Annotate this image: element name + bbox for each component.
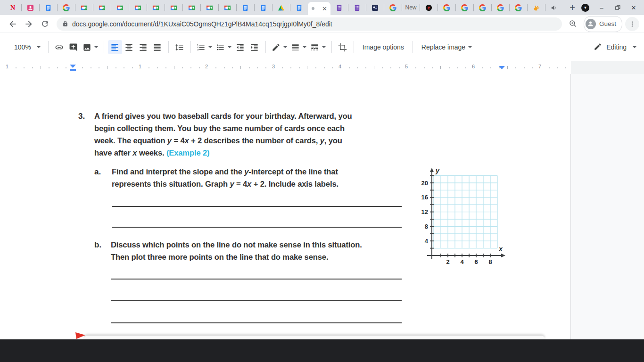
tab-meet[interactable] bbox=[147, 0, 165, 15]
screen: N✕Newe + ▾ – ✕ docs.google.com/document/… bbox=[0, 0, 644, 362]
svg-text:8: 8 bbox=[488, 258, 492, 265]
outdent-button[interactable] bbox=[233, 40, 248, 54]
border-color-button[interactable] bbox=[270, 40, 289, 54]
add-comment-button[interactable] bbox=[66, 40, 81, 54]
tab-forms[interactable] bbox=[348, 0, 366, 15]
image-options-button[interactable]: Image options bbox=[358, 40, 409, 54]
tab-google[interactable] bbox=[58, 0, 75, 15]
new-tab-button[interactable]: + bbox=[566, 1, 579, 14]
tab-google[interactable] bbox=[438, 0, 455, 15]
link-icon bbox=[55, 43, 64, 52]
tab-meet[interactable] bbox=[111, 0, 129, 15]
tab-meet[interactable] bbox=[183, 0, 200, 15]
tab-meet[interactable] bbox=[129, 0, 147, 15]
page-icon bbox=[311, 7, 315, 10]
tab-forms[interactable] bbox=[330, 0, 348, 15]
tab-active[interactable]: ✕ bbox=[308, 2, 330, 15]
align-center-button[interactable] bbox=[122, 40, 136, 54]
tab-meet[interactable] bbox=[219, 0, 236, 15]
restore-icon[interactable] bbox=[614, 4, 621, 11]
svg-text:x: x bbox=[498, 245, 503, 253]
ruler-number: 6 bbox=[472, 64, 475, 69]
tab-e-circle[interactable]: e bbox=[420, 0, 438, 15]
align-left-icon bbox=[110, 43, 119, 52]
reload-button[interactable] bbox=[37, 17, 53, 31]
docs-icon bbox=[45, 4, 52, 11]
tab-google[interactable] bbox=[492, 0, 509, 15]
align-left-button[interactable] bbox=[108, 40, 122, 54]
ruler-number: 3 bbox=[272, 64, 275, 69]
avatar bbox=[586, 19, 596, 29]
meet-icon bbox=[152, 4, 160, 11]
tab-google[interactable] bbox=[510, 0, 527, 15]
align-right-button[interactable] bbox=[136, 40, 150, 54]
editing-mode-button[interactable]: Editing bbox=[590, 39, 644, 55]
tab-drive[interactable] bbox=[272, 0, 290, 15]
answer-line bbox=[111, 300, 402, 301]
crop-icon bbox=[338, 43, 347, 52]
zoom-page-icon[interactable] bbox=[566, 17, 581, 31]
forward-button[interactable] bbox=[21, 17, 37, 31]
tab-newtab[interactable]: New bbox=[402, 0, 420, 15]
minimize-icon[interactable]: – bbox=[598, 4, 605, 11]
bulleted-list-button[interactable] bbox=[214, 40, 233, 54]
tab-docs[interactable] bbox=[40, 0, 57, 15]
next-section-edge bbox=[84, 336, 545, 339]
align-justify-button[interactable] bbox=[150, 40, 165, 54]
drive-icon bbox=[278, 4, 285, 11]
numbered-list-button[interactable] bbox=[195, 40, 214, 54]
toolbar-button-label: Image options bbox=[363, 43, 404, 51]
tab-meet[interactable] bbox=[201, 0, 218, 15]
svg-text:4: 4 bbox=[460, 258, 464, 265]
first-line-indent-marker[interactable] bbox=[70, 65, 76, 68]
tab-netflix[interactable]: N bbox=[4, 0, 21, 15]
address-bar[interactable]: docs.google.com/document/d/1KUxaiC05Ogms… bbox=[57, 17, 562, 31]
tab-docs[interactable] bbox=[237, 0, 254, 15]
link-button[interactable] bbox=[52, 40, 66, 54]
tab-speaker[interactable] bbox=[545, 0, 563, 15]
left-indent-marker[interactable] bbox=[70, 69, 76, 71]
contacts-icon bbox=[27, 4, 34, 11]
browser-tab-strip: N✕Newe + ▾ – ✕ bbox=[0, 0, 644, 15]
tab-hand[interactable] bbox=[528, 0, 545, 15]
url-text: docs.google.com/document/d/1KUxaiC05Ogms… bbox=[72, 20, 332, 28]
svg-text:4: 4 bbox=[425, 238, 429, 245]
indent-button[interactable] bbox=[248, 40, 262, 54]
chevron-down-icon bbox=[37, 46, 41, 48]
hand-icon bbox=[533, 4, 540, 11]
tab-google[interactable] bbox=[384, 0, 402, 15]
tab-dark-app[interactable] bbox=[366, 0, 384, 15]
line-spacing-button[interactable] bbox=[173, 40, 187, 54]
toolbar-separator bbox=[413, 41, 413, 53]
tab-docs[interactable] bbox=[290, 0, 308, 15]
close-tab-icon[interactable]: ✕ bbox=[322, 6, 327, 12]
svg-text:2: 2 bbox=[446, 258, 449, 265]
replace-image-button[interactable]: Replace image bbox=[417, 40, 477, 54]
profile-button[interactable]: Guest bbox=[584, 16, 622, 32]
border-dash-button[interactable] bbox=[308, 40, 328, 54]
document-page[interactable]: 3. A friend gives you two baseball cards… bbox=[0, 74, 571, 339]
insert-image-button[interactable] bbox=[81, 40, 100, 54]
browser-menu-button[interactable] bbox=[625, 17, 639, 31]
google-icon bbox=[479, 4, 487, 11]
tab-google[interactable] bbox=[456, 0, 473, 15]
dropdown-caret-icon bbox=[208, 46, 212, 48]
meet-icon bbox=[170, 4, 178, 11]
toolbar-separator bbox=[168, 41, 169, 53]
zoom-select[interactable]: 100% bbox=[10, 40, 44, 54]
tab-docs[interactable] bbox=[255, 0, 272, 15]
tab-meet[interactable] bbox=[165, 0, 182, 15]
crop-button[interactable] bbox=[336, 40, 350, 54]
close-window-icon[interactable]: ✕ bbox=[630, 4, 637, 11]
tab-contacts[interactable] bbox=[22, 0, 39, 15]
window-menu-icon[interactable]: ▾ bbox=[581, 4, 589, 12]
svg-text:6: 6 bbox=[474, 258, 478, 265]
tab-meet[interactable] bbox=[75, 0, 93, 15]
line-weight-button[interactable] bbox=[289, 40, 308, 54]
tab-meet[interactable] bbox=[93, 0, 111, 15]
tab-google[interactable] bbox=[474, 0, 491, 15]
back-button[interactable] bbox=[5, 17, 21, 31]
svg-text:8: 8 bbox=[425, 223, 428, 230]
align-justify-icon bbox=[153, 43, 162, 52]
right-indent-marker[interactable] bbox=[499, 66, 505, 69]
